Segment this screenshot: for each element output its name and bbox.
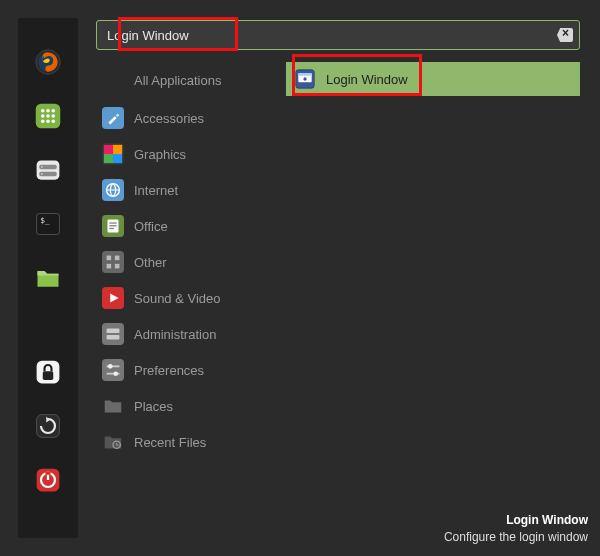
category-recent[interactable]: Recent Files <box>96 424 276 460</box>
category-list: All Applications Accessories Graphics <box>96 62 276 460</box>
category-label: All Applications <box>134 73 221 88</box>
svg-point-16 <box>41 173 43 175</box>
blank-icon <box>102 69 124 91</box>
category-places[interactable]: Places <box>96 388 276 424</box>
admin-icon <box>102 323 124 345</box>
svg-rect-46 <box>107 329 120 334</box>
restart-icon[interactable] <box>32 410 64 442</box>
svg-point-52 <box>113 371 118 376</box>
svg-rect-42 <box>107 264 112 269</box>
svg-rect-56 <box>298 73 311 76</box>
result-label: Login Window <box>326 72 408 87</box>
login-window-icon <box>294 68 316 90</box>
clear-search-icon[interactable] <box>557 28 573 42</box>
svg-point-6 <box>41 114 45 118</box>
svg-point-9 <box>41 120 45 124</box>
favorites-panel: $_ <box>18 18 78 538</box>
office-icon <box>102 215 124 237</box>
svg-rect-47 <box>107 335 120 340</box>
other-icon <box>102 251 124 273</box>
svg-point-3 <box>41 109 45 113</box>
svg-rect-37 <box>109 225 116 226</box>
recent-icon <box>102 431 124 453</box>
category-label: Places <box>134 399 173 414</box>
svg-rect-43 <box>115 264 120 269</box>
category-label: Preferences <box>134 363 204 378</box>
svg-text:$_: $_ <box>40 216 50 225</box>
firefox-icon[interactable] <box>32 46 64 78</box>
svg-point-15 <box>41 166 43 168</box>
svg-rect-39 <box>102 251 124 273</box>
svg-rect-45 <box>102 323 124 345</box>
category-label: Office <box>134 219 168 234</box>
search-input[interactable] <box>107 28 557 43</box>
search-row <box>96 20 580 50</box>
terminal-icon[interactable]: $_ <box>32 208 64 240</box>
svg-point-8 <box>52 114 56 118</box>
internet-icon <box>102 179 124 201</box>
category-graphics[interactable]: Graphics <box>96 136 276 172</box>
lock-icon[interactable] <box>32 356 64 388</box>
svg-point-11 <box>52 120 56 124</box>
category-administration[interactable]: Administration <box>96 316 276 352</box>
category-all[interactable]: All Applications <box>96 62 276 98</box>
svg-rect-30 <box>104 154 113 163</box>
category-other[interactable]: Other <box>96 244 276 280</box>
svg-rect-25 <box>45 471 50 475</box>
media-icon <box>102 287 124 309</box>
folder-icon <box>102 395 124 417</box>
category-label: Sound & Video <box>134 291 221 306</box>
files-icon[interactable] <box>32 262 64 294</box>
category-label: Internet <box>134 183 178 198</box>
svg-rect-29 <box>113 145 122 154</box>
menu-body: All Applications Accessories Graphics <box>78 0 600 556</box>
svg-point-4 <box>46 109 50 113</box>
accessories-icon <box>102 107 124 129</box>
category-label: Graphics <box>134 147 186 162</box>
svg-rect-36 <box>109 222 116 223</box>
svg-rect-12 <box>37 160 60 179</box>
graphics-icon <box>102 143 124 165</box>
category-label: Other <box>134 255 167 270</box>
footer-description: Configure the login window <box>444 529 588 546</box>
category-accessories[interactable]: Accessories <box>96 100 276 136</box>
svg-point-51 <box>108 364 113 369</box>
svg-rect-40 <box>107 256 112 261</box>
svg-rect-28 <box>104 145 113 154</box>
category-label: Recent Files <box>134 435 206 450</box>
svg-point-7 <box>46 114 50 118</box>
disks-icon[interactable] <box>32 154 64 186</box>
svg-rect-20 <box>43 371 54 380</box>
app-menu: $_ All Applications <box>0 0 600 556</box>
category-preferences[interactable]: Preferences <box>96 352 276 388</box>
category-internet[interactable]: Internet <box>96 172 276 208</box>
power-icon[interactable] <box>32 464 64 496</box>
category-office[interactable]: Office <box>96 208 276 244</box>
svg-point-5 <box>52 109 56 113</box>
category-media[interactable]: Sound & Video <box>96 280 276 316</box>
svg-rect-38 <box>109 228 114 229</box>
svg-point-10 <box>46 120 50 124</box>
results-list: Login Window <box>286 62 580 460</box>
category-label: Administration <box>134 327 216 342</box>
footer-title: Login Window <box>444 512 588 529</box>
svg-rect-31 <box>113 154 122 163</box>
app-grid-icon[interactable] <box>32 100 64 132</box>
svg-rect-41 <box>115 256 120 261</box>
status-footer: Login Window Configure the login window <box>444 512 588 546</box>
svg-rect-48 <box>102 359 124 381</box>
prefs-icon <box>102 359 124 381</box>
result-login-window[interactable]: Login Window <box>286 62 580 96</box>
svg-point-57 <box>303 77 306 80</box>
category-label: Accessories <box>134 111 204 126</box>
